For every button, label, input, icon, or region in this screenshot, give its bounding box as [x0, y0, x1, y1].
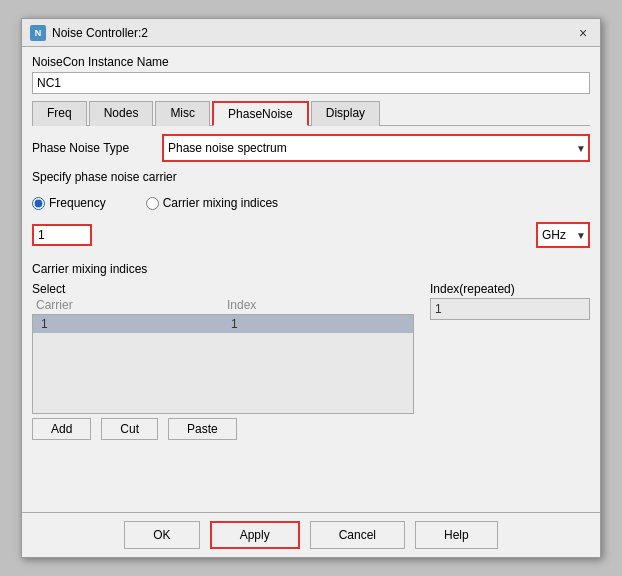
carrier-row: Select Carrier Index 1 1	[32, 282, 590, 440]
apply-button[interactable]: Apply	[210, 521, 300, 549]
tab-freq[interactable]: Freq	[32, 101, 87, 126]
radio-carrier-mixing-label: Carrier mixing indices	[163, 196, 278, 210]
carrier-section-title: Carrier mixing indices	[32, 262, 590, 276]
dialog-body: NoiseCon Instance Name Freq Nodes Misc P…	[22, 47, 600, 512]
index-repeated-input[interactable]	[430, 298, 590, 320]
radio-carrier-mixing-input[interactable]	[146, 197, 159, 210]
unit-select[interactable]: Hz KHz MHz GHz	[538, 224, 588, 246]
carrier-column-headers: Carrier Index	[32, 298, 414, 312]
carrier-section: Carrier mixing indices Select Carrier In…	[32, 262, 590, 440]
carrier-table-inner: 1 1	[33, 315, 413, 333]
close-button[interactable]: ×	[574, 24, 592, 42]
phasenoise-content: Phase Noise Type Phase noise spectrum Si…	[32, 134, 590, 504]
add-button[interactable]: Add	[32, 418, 91, 440]
title-bar: N Noise Controller:2 ×	[22, 19, 600, 47]
tab-nodes[interactable]: Nodes	[89, 101, 154, 126]
radio-frequency-label: Frequency	[49, 196, 106, 210]
tab-misc[interactable]: Misc	[155, 101, 210, 126]
ok-button[interactable]: OK	[124, 521, 199, 549]
dialog-window: N Noise Controller:2 × NoiseCon Instance…	[21, 18, 601, 558]
radio-frequency-input[interactable]	[32, 197, 45, 210]
instance-label: NoiseCon Instance Name	[32, 55, 590, 69]
index-col-header: Index	[223, 298, 414, 312]
carrier-cell: 1	[33, 315, 223, 333]
cancel-button[interactable]: Cancel	[310, 521, 405, 549]
index-repeated-label: Index(repeated)	[430, 282, 590, 296]
table-row[interactable]: 1 1	[33, 315, 413, 333]
frequency-input-row: Hz KHz MHz GHz ▼	[32, 222, 590, 248]
table-buttons: Add Cut Paste	[32, 418, 414, 440]
carrier-table[interactable]: 1 1	[32, 314, 414, 414]
index-cell: 1	[223, 315, 413, 333]
carrier-select-part: Select Carrier Index 1 1	[32, 282, 414, 440]
title-bar-left: N Noise Controller:2	[30, 25, 148, 41]
index-part: Index(repeated)	[430, 282, 590, 320]
unit-select-wrapper: Hz KHz MHz GHz ▼	[536, 222, 590, 248]
tab-phasenoise[interactable]: PhaseNoise	[212, 101, 309, 126]
phase-noise-type-select-wrapper: Phase noise spectrum Single sideband Dou…	[162, 134, 590, 162]
instance-name-input[interactable]	[32, 72, 590, 94]
phase-noise-type-row: Phase Noise Type Phase noise spectrum Si…	[32, 134, 590, 162]
radio-row: Frequency Carrier mixing indices	[32, 196, 590, 210]
select-label: Select	[32, 282, 414, 296]
dialog-footer: OK Apply Cancel Help	[22, 512, 600, 557]
tab-display[interactable]: Display	[311, 101, 380, 126]
frequency-input[interactable]	[32, 224, 92, 246]
radio-frequency[interactable]: Frequency	[32, 196, 106, 210]
dialog-title: Noise Controller:2	[52, 26, 148, 40]
phase-noise-type-select[interactable]: Phase noise spectrum Single sideband Dou…	[164, 136, 588, 160]
help-button[interactable]: Help	[415, 521, 498, 549]
specify-carrier-label: Specify phase noise carrier	[32, 170, 590, 184]
phase-noise-type-label: Phase Noise Type	[32, 141, 152, 155]
radio-carrier-mixing[interactable]: Carrier mixing indices	[146, 196, 278, 210]
carrier-col-header: Carrier	[32, 298, 223, 312]
tabs-bar: Freq Nodes Misc PhaseNoise Display	[32, 100, 590, 126]
cut-button[interactable]: Cut	[101, 418, 158, 440]
paste-button[interactable]: Paste	[168, 418, 237, 440]
dialog-icon: N	[30, 25, 46, 41]
